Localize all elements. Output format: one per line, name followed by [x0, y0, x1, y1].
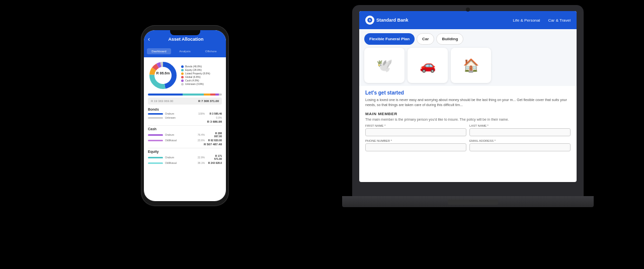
equity-val-1: R 171 571.00 — [207, 154, 222, 160]
total-label-left: R 19 363 069.00 — [151, 100, 173, 103]
legend-dot-equity — [181, 69, 184, 71]
lastname-input[interactable] — [469, 128, 571, 136]
phone-tabs: Dashboard Analysis Offshore — [144, 48, 226, 57]
cash-pct-2: 23.6% — [192, 139, 205, 142]
legend-label-unknown: Unknown (3.9%) — [185, 82, 204, 85]
legend-cash: Cash (4.8%) — [181, 79, 222, 82]
bonds-row-1: Ondrum 100% R 3 585.46 — [148, 112, 222, 115]
bank-logo-svg: S — [367, 17, 373, 23]
tab-building[interactable]: Building — [436, 33, 463, 45]
card-car[interactable]: 🚗 — [408, 48, 448, 83]
form-group-lastname: LAST NAME * — [469, 124, 571, 136]
cash-pct-1: 76.4% — [192, 133, 205, 136]
tab-car[interactable]: Car — [417, 33, 434, 45]
nav-life-personal[interactable]: Life & Personal — [513, 18, 540, 23]
svg-text:R 86.6m: R 86.6m — [156, 71, 170, 75]
bonds-bar-1 — [148, 113, 163, 115]
bonds-val-1: R 3 585.46 — [207, 112, 222, 115]
section-description: The main member is the primary person yo… — [365, 118, 571, 121]
equity-row-1: Ondrum 22.9% R 171 571.00 — [148, 154, 222, 160]
cash-section: Cash Ondrum 76.4% R 288 067.00 OldMutual… — [148, 127, 222, 146]
cash-title: Cash — [148, 127, 222, 131]
legend-dot-listedprop — [181, 72, 184, 75]
phone-content: R 86.6m Bonds (46.8%) Equity (28.9%) — [144, 57, 226, 169]
firstname-input[interactable] — [365, 128, 466, 136]
form-description: Losing a loved one is never easy and wor… — [365, 98, 571, 108]
form-group-email: EMAIL ADDRESS * — [469, 139, 571, 151]
bonds-total: R 3 686.98 — [148, 120, 222, 123]
scene: S Standard Bank Life & Personal Car & Tr… — [0, 0, 644, 269]
browser-navbar: S Standard Bank Life & Personal Car & Tr… — [359, 11, 577, 29]
laptop: S Standard Bank Life & Personal Car & Tr… — [352, 5, 594, 246]
legend-label-global: Global (6.8%) — [185, 75, 201, 78]
card-funeral[interactable]: 🕊️ — [364, 48, 405, 83]
donut-chart: R 86.6m — [148, 60, 178, 91]
phone-screen-title: Asset Allocation — [150, 37, 222, 42]
equity-title: Equity — [148, 150, 222, 153]
legend-label-equity: Equity (28.9%) — [185, 68, 202, 71]
progress-seg-global — [210, 94, 215, 96]
legend-unknown: Unknown (3.9%) — [181, 82, 222, 85]
legend-bonds: Bonds (46.8%) — [181, 65, 222, 68]
legend-label-listedprop: Listed Property (8.8%) — [185, 72, 210, 75]
divider-1 — [148, 125, 222, 126]
equity-section: Equity Ondrum 22.9% R 171 571.00 OldMutu… — [148, 150, 222, 164]
cash-bar-1 — [148, 134, 163, 136]
legend-global: Global (6.8%) — [181, 75, 222, 78]
equity-row-2: OldMutual 38.1% R 243 028.0 — [148, 161, 222, 164]
bonds-bar-2 — [148, 117, 163, 119]
tab-funeral-plan[interactable]: Flexible Funeral Plan — [364, 33, 415, 45]
progress-bar — [148, 94, 222, 96]
firstname-label: FIRST NAME * — [365, 124, 466, 127]
laptop-camera — [466, 8, 470, 12]
progress-seg-unknown — [219, 94, 222, 96]
equity-bar-2 — [148, 162, 163, 164]
legend-label-cash: Cash (4.8%) — [185, 79, 199, 82]
phone-label: PHONE NUMBER * — [365, 139, 466, 142]
section-label: MAIN MEMBER — [365, 112, 571, 116]
phone-tab-dashboard[interactable]: Dashboard — [147, 48, 171, 54]
phone-tab-analysis[interactable]: Analysis — [173, 48, 197, 54]
phone-input[interactable] — [365, 143, 466, 151]
bank-logo-icon: S — [365, 16, 374, 25]
cash-name-2: OldMutual — [165, 139, 190, 142]
cash-row-1: Ondrum 76.4% R 288 067.00 — [148, 132, 222, 138]
email-input[interactable] — [469, 143, 571, 151]
legend-dot-cash — [181, 79, 184, 82]
laptop-trackpad — [448, 200, 498, 205]
form-group-firstname: FIRST NAME * — [365, 124, 466, 136]
phone-screen: ‹ Asset Allocation Dashboard Analysis Of… — [144, 30, 226, 201]
donut-legend: Bonds (46.8%) Equity (28.9%) Listed Prop… — [181, 65, 222, 86]
phone-body: ‹ Asset Allocation Dashboard Analysis Of… — [141, 25, 229, 206]
bonds-title: Bonds — [148, 108, 222, 111]
laptop-screen-outer: S Standard Bank Life & Personal Car & Tr… — [352, 5, 584, 196]
equity-bar-1 — [148, 157, 163, 158]
equity-val-2: R 243 028.0 — [207, 161, 222, 164]
legend-equity: Equity (28.9%) — [181, 68, 222, 71]
nav-links: Life & Personal Car & Travel — [513, 18, 571, 23]
form-area: Let's get started Losing a loved one is … — [359, 86, 577, 158]
bonds-name-1: Ondrum — [165, 112, 190, 115]
cash-row-2: OldMutual 23.6% R 62 820.00 — [148, 139, 222, 142]
phone-notch — [170, 30, 200, 35]
phone-tab-offshore[interactable]: Offshore — [199, 48, 223, 54]
bonds-name-2: Unknown — [165, 116, 207, 119]
progress-seg-listedprop — [204, 94, 210, 96]
form-row-name: FIRST NAME * LAST NAME * — [365, 124, 571, 136]
card-building[interactable]: 🏠 — [451, 48, 491, 83]
nav-car-travel[interactable]: Car & Travel — [548, 18, 571, 23]
legend-dot-global — [181, 76, 184, 78]
funeral-icon: 🕊️ — [376, 58, 392, 73]
cash-bar-2 — [148, 140, 163, 141]
bonds-pct-2: 0.0% — [209, 116, 222, 119]
email-label: EMAIL ADDRESS * — [469, 139, 571, 142]
cash-val-1: R 288 067.00 — [207, 132, 222, 138]
legend-label-bonds: Bonds (46.8%) — [185, 65, 202, 68]
progress-seg-equity — [183, 94, 204, 96]
total-value-right: R 7 308 371.00 — [198, 100, 219, 103]
equity-name-2: OldMutual — [165, 161, 190, 164]
equity-name-1: Ondrum — [165, 156, 190, 159]
donut-section: R 86.6m Bonds (46.8%) Equity (28.9%) — [148, 60, 222, 91]
cash-total: R 507 487.48 — [148, 143, 222, 146]
legend-dot-unknown — [181, 83, 184, 85]
